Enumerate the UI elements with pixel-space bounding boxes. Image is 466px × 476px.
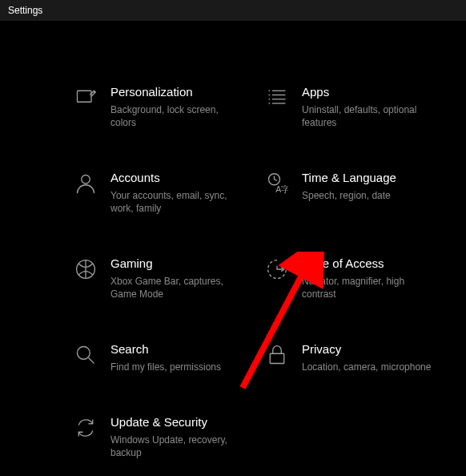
category-title: Accounts — [110, 171, 242, 186]
svg-text:A字: A字 — [275, 184, 288, 194]
category-apps[interactable]: Apps Uninstall, defaults, optional featu… — [265, 85, 433, 129]
category-gaming[interactable]: Gaming Xbox Game Bar, captures, Game Mod… — [74, 256, 242, 301]
category-title: Privacy — [302, 342, 431, 357]
category-desc: Your accounts, email, sync, work, family — [110, 189, 242, 215]
window-title: Settings — [8, 5, 42, 16]
category-desc: Location, camera, microphone — [302, 361, 431, 373]
category-title: Update & Security — [110, 415, 242, 430]
privacy-icon — [265, 342, 289, 373]
category-privacy[interactable]: Privacy Location, camera, microphone — [265, 342, 433, 373]
category-title: Gaming — [110, 256, 242, 272]
svg-point-14 — [78, 347, 90, 360]
category-desc: Speech, region, date — [302, 189, 396, 202]
update-security-icon — [74, 415, 98, 459]
svg-rect-0 — [78, 91, 92, 102]
category-desc: Windows Update, recovery, backup — [110, 434, 242, 459]
window-titlebar: Settings — [0, 0, 466, 21]
category-title: Search — [110, 342, 221, 357]
category-update-security[interactable]: Update & Security Windows Update, recove… — [74, 415, 242, 459]
category-title: Personalization — [110, 85, 242, 100]
category-title: Apps — [302, 85, 433, 100]
gaming-icon — [74, 256, 98, 301]
category-desc: Find my files, permissions — [110, 361, 221, 373]
category-personalization[interactable]: Personalization Background, lock screen,… — [74, 85, 242, 129]
settings-grid: Personalization Background, lock screen,… — [0, 21, 466, 459]
category-time-language[interactable]: A字 Time & Language Speech, region, date — [265, 171, 433, 215]
time-language-icon: A字 — [265, 171, 289, 215]
personalization-icon — [74, 85, 98, 129]
svg-rect-16 — [270, 354, 284, 364]
category-accounts[interactable]: Accounts Your accounts, email, sync, wor… — [74, 171, 242, 215]
search-icon — [74, 342, 98, 373]
category-ease-of-access[interactable]: Ease of Access Narrator, magnifier, high… — [265, 256, 433, 301]
category-desc: Xbox Game Bar, captures, Game Mode — [110, 275, 242, 301]
apps-icon — [265, 85, 289, 129]
ease-of-access-icon — [265, 256, 289, 301]
svg-point-9 — [82, 175, 90, 184]
category-title: Ease of Access — [302, 256, 433, 272]
category-desc: Uninstall, defaults, optional features — [302, 103, 433, 129]
category-desc: Background, lock screen, colors — [110, 103, 242, 129]
category-desc: Narrator, magnifier, high contrast — [302, 275, 433, 301]
accounts-icon — [74, 171, 98, 215]
category-search[interactable]: Search Find my files, permissions — [74, 342, 242, 373]
svg-line-15 — [89, 358, 94, 364]
category-title: Time & Language — [302, 171, 396, 186]
